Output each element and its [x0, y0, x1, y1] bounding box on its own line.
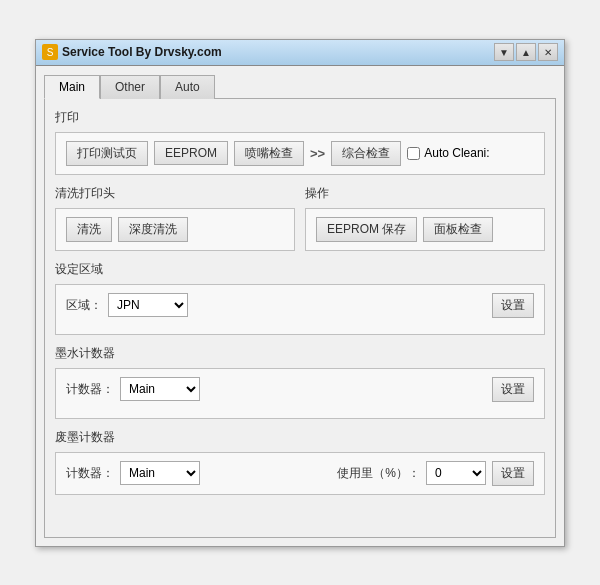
window-body: Main Other Auto 打印 打印测试页 EEPROM 喷嘴检查 >> …: [36, 66, 564, 546]
tab-other[interactable]: Other: [100, 75, 160, 99]
clean-section: 清洗打印头 清洗 深度清洗: [55, 185, 295, 251]
usage-select[interactable]: 0 10 20: [426, 461, 486, 485]
nozzle-check-button[interactable]: 喷嘴检查: [234, 141, 304, 166]
clean-section-box: 清洗 深度清洗: [55, 208, 295, 251]
tab-bar: Main Other Auto: [44, 74, 556, 98]
panel-check-button[interactable]: 面板检查: [423, 217, 493, 242]
operation-section-box: EEPROM 保存 面板检查: [305, 208, 545, 251]
waste-counter-section-title: 废墨计数器: [55, 429, 545, 446]
app-icon-text: S: [47, 47, 54, 58]
clean-section-title: 清洗打印头: [55, 185, 295, 202]
region-section-box: 区域： JPN USA EUR 设置: [55, 284, 545, 335]
waste-counter-label: 计数器：: [66, 465, 114, 482]
print-test-button[interactable]: 打印测试页: [66, 141, 148, 166]
arrow-icon: >>: [310, 146, 325, 161]
waste-counter-section: 废墨计数器 计数器： Main Sub 使用里（%）： 0 10 2: [55, 429, 545, 495]
sub-sections: 清洗打印头 清洗 深度清洗 操作 EEPROM 保存 面板检查: [55, 185, 545, 251]
eeprom-button[interactable]: EEPROM: [154, 141, 228, 165]
waste-counter-select[interactable]: Main Sub: [120, 461, 200, 485]
ink-counter-section-box: 计数器： Main Sub 设置: [55, 368, 545, 419]
ink-counter-section: 墨水计数器 计数器： Main Sub 设置: [55, 345, 545, 419]
maximize-button[interactable]: ▲: [516, 43, 536, 61]
waste-counter-section-box: 计数器： Main Sub 使用里（%）： 0 10 20 设置: [55, 452, 545, 495]
region-field-row: 区域： JPN USA EUR 设置: [66, 293, 534, 318]
print-buttons-row: 打印测试页 EEPROM 喷嘴检查 >> 综合检查 Auto Cleani:: [66, 141, 534, 166]
ink-counter-field-row: 计数器： Main Sub 设置: [66, 377, 534, 402]
waste-counter-field-row: 计数器： Main Sub 使用里（%）： 0 10 20 设置: [66, 461, 534, 486]
tab-main[interactable]: Main: [44, 75, 100, 99]
region-section: 设定区域 区域： JPN USA EUR 设置: [55, 261, 545, 335]
ink-counter-label: 计数器：: [66, 381, 114, 398]
waste-counter-set-button[interactable]: 设置: [492, 461, 534, 486]
deep-clean-button[interactable]: 深度清洗: [118, 217, 188, 242]
print-section-box: 打印测试页 EEPROM 喷嘴检查 >> 综合检查 Auto Cleani:: [55, 132, 545, 175]
tab-auto[interactable]: Auto: [160, 75, 215, 99]
ink-counter-section-title: 墨水计数器: [55, 345, 545, 362]
clean-buttons-row: 清洗 深度清洗: [66, 217, 284, 242]
window-title: Service Tool By Drvsky.com: [62, 45, 222, 59]
operation-section: 操作 EEPROM 保存 面板检查: [305, 185, 545, 251]
title-bar-controls: ▼ ▲ ✕: [494, 43, 558, 61]
tab-content-main: 打印 打印测试页 EEPROM 喷嘴检查 >> 综合检查 Auto Cleani…: [44, 98, 556, 538]
region-select[interactable]: JPN USA EUR: [108, 293, 188, 317]
minimize-button[interactable]: ▼: [494, 43, 514, 61]
ink-counter-select[interactable]: Main Sub: [120, 377, 200, 401]
print-section: 打印 打印测试页 EEPROM 喷嘴检查 >> 综合检查 Auto Cleani…: [55, 109, 545, 175]
eeprom-save-button[interactable]: EEPROM 保存: [316, 217, 417, 242]
region-section-title: 设定区域: [55, 261, 545, 278]
region-label: 区域：: [66, 297, 102, 314]
auto-clean-checkbox[interactable]: [407, 147, 420, 160]
operation-buttons-row: EEPROM 保存 面板检查: [316, 217, 534, 242]
title-bar-left: S Service Tool By Drvsky.com: [42, 44, 222, 60]
close-button[interactable]: ✕: [538, 43, 558, 61]
main-window: S Service Tool By Drvsky.com ▼ ▲ ✕ Main …: [35, 39, 565, 547]
comprehensive-check-button[interactable]: 综合检查: [331, 141, 401, 166]
auto-clean-checkbox-row: Auto Cleani:: [407, 146, 489, 160]
print-section-title: 打印: [55, 109, 545, 126]
usage-label: 使用里（%）：: [337, 465, 420, 482]
region-set-button[interactable]: 设置: [492, 293, 534, 318]
app-icon: S: [42, 44, 58, 60]
title-bar: S Service Tool By Drvsky.com ▼ ▲ ✕: [36, 40, 564, 66]
auto-clean-label: Auto Cleani:: [424, 146, 489, 160]
operation-section-title: 操作: [305, 185, 545, 202]
clean-button[interactable]: 清洗: [66, 217, 112, 242]
ink-counter-set-button[interactable]: 设置: [492, 377, 534, 402]
